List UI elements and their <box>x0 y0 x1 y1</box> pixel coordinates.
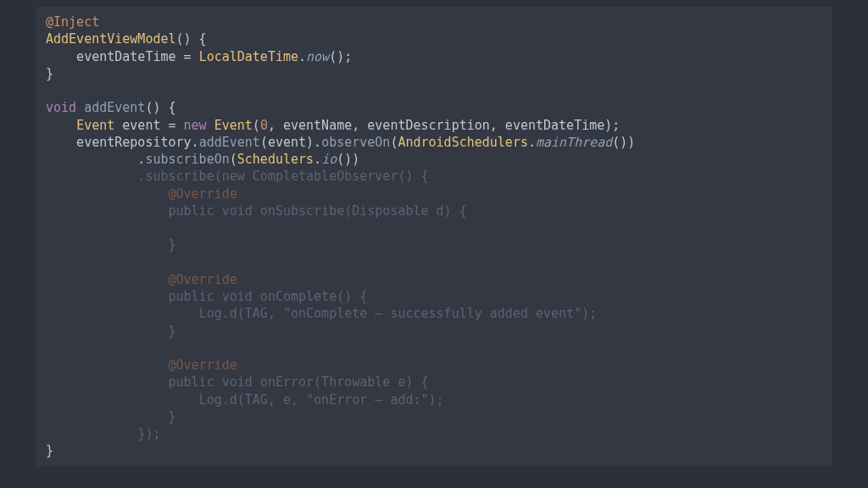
code-editor-panel: @Inject AddEventViewModel() { eventDateT… <box>36 7 832 466</box>
string-literal: "onComplete – successfully added event" <box>283 306 581 321</box>
annotation: @Inject <box>46 14 99 30</box>
type: AddEventViewModel <box>46 31 176 47</box>
method-name: addEvent <box>84 100 145 115</box>
code-block[interactable]: @Inject AddEventViewModel() { eventDateT… <box>46 14 822 460</box>
keyword-void: void <box>46 100 76 115</box>
dim-annotation: @Override <box>169 186 237 202</box>
string-literal: "onError – add:" <box>306 392 429 408</box>
dim-line: .subscribe(new CompletableObserver() { <box>46 169 429 184</box>
